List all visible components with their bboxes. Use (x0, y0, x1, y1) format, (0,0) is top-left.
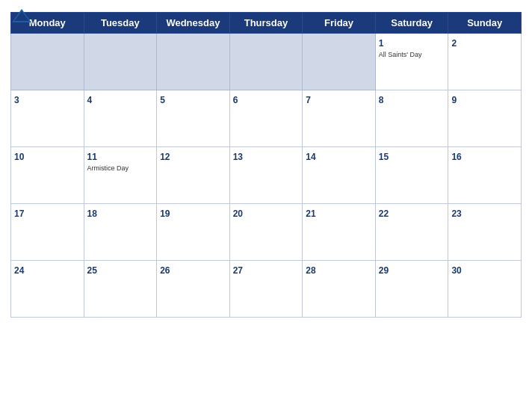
day-number: 14 (306, 152, 315, 162)
day-header-saturday: Saturday (375, 13, 448, 34)
day-number: 30 (451, 265, 461, 276)
day-cell: 6 (229, 90, 303, 147)
svg-marker-1 (14, 11, 29, 21)
day-number: 9 (451, 95, 457, 105)
day-cell: 26 (157, 261, 230, 318)
day-cell: 9 (448, 90, 522, 147)
day-header-thursday: Thursday (229, 13, 303, 34)
day-cell: 8 (375, 90, 448, 147)
day-number: 17 (14, 208, 24, 219)
day-number: 26 (160, 265, 170, 276)
day-cell (11, 34, 84, 90)
day-cell: 28 (303, 261, 376, 318)
day-number: 18 (87, 208, 97, 219)
day-header-friday: Friday (303, 13, 376, 34)
day-cell: 25 (84, 261, 157, 318)
day-cell: 4 (84, 90, 157, 147)
day-cell (84, 34, 157, 90)
day-header-sunday: Sunday (448, 13, 522, 34)
day-cell: 21 (303, 204, 376, 261)
day-cell: 15 (375, 147, 448, 204)
day-cell: 30 (448, 261, 522, 318)
day-number: 8 (379, 95, 384, 105)
calendar-table: MondayTuesdayWednesdayThursdayFridaySatu… (10, 12, 522, 318)
day-cell: 12 (157, 147, 230, 204)
day-number: 20 (233, 208, 243, 219)
logo-icon (10, 7, 33, 25)
day-cell: 3 (11, 90, 84, 147)
day-number: 4 (87, 95, 93, 105)
day-cell (303, 34, 376, 90)
day-number: 28 (306, 265, 315, 276)
week-row-5: 24252627282930 (11, 261, 522, 318)
day-cell: 7 (303, 90, 376, 147)
day-header-tuesday: Tuesday (84, 13, 157, 34)
day-number: 7 (306, 95, 311, 105)
day-number: 21 (306, 208, 315, 219)
day-cell: 16 (448, 147, 522, 204)
week-row-2: 3456789 (11, 90, 522, 147)
day-cell: 20 (229, 204, 303, 261)
day-cell: 23 (448, 204, 522, 261)
day-number: 6 (233, 95, 238, 105)
day-cell: 13 (229, 147, 303, 204)
day-cell: 22 (375, 204, 448, 261)
day-cell: 14 (303, 147, 376, 204)
day-cell: 2 (448, 34, 522, 90)
day-number: 10 (14, 152, 24, 162)
day-number: 2 (451, 38, 457, 49)
day-number: 15 (379, 152, 389, 162)
day-header-wednesday: Wednesday (157, 13, 230, 34)
day-number: 23 (451, 208, 461, 219)
day-cell: 11Armistice Day (84, 147, 157, 204)
day-cell: 24 (11, 261, 84, 318)
day-cell (157, 34, 230, 90)
week-row-4: 17181920212223 (11, 204, 522, 261)
day-cell: 17 (11, 204, 84, 261)
day-cell: 10 (11, 147, 84, 204)
day-number: 1 (379, 38, 384, 49)
day-cell: 1All Saints' Day (375, 34, 448, 90)
day-number: 11 (87, 152, 97, 162)
header-row: MondayTuesdayWednesdayThursdayFridaySatu… (11, 13, 522, 34)
day-cell: 29 (375, 261, 448, 318)
day-number: 24 (14, 265, 24, 276)
calendar-wrapper: MondayTuesdayWednesdayThursdayFridaySatu… (0, 0, 532, 411)
holiday-label: All Saints' Day (379, 51, 445, 59)
week-row-3: 1011Armistice Day1213141516 (11, 147, 522, 204)
day-number: 27 (233, 265, 243, 276)
day-number: 5 (160, 95, 165, 105)
day-number: 16 (451, 152, 461, 162)
day-cell: 5 (157, 90, 230, 147)
logo-area (10, 7, 34, 25)
logo-container (10, 7, 34, 25)
day-number: 13 (233, 152, 243, 162)
day-number: 3 (14, 95, 19, 105)
day-number: 29 (379, 265, 389, 276)
day-cell (229, 34, 303, 90)
week-row-1: 1All Saints' Day2 (11, 34, 522, 90)
day-number: 12 (160, 152, 170, 162)
day-cell: 27 (229, 261, 303, 318)
day-number: 19 (160, 208, 170, 219)
holiday-label: Armistice Day (87, 164, 154, 173)
day-cell: 18 (84, 204, 157, 261)
day-number: 22 (379, 208, 389, 219)
day-cell: 19 (157, 204, 230, 261)
day-number: 25 (87, 265, 97, 276)
